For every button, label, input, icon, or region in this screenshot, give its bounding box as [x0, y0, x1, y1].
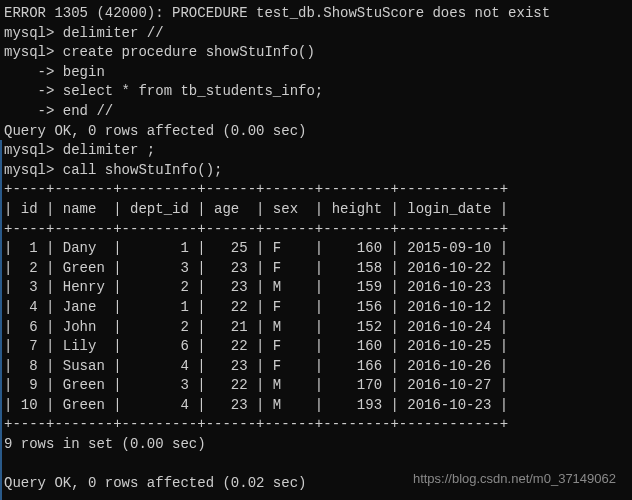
- table-row: | 8 | Susan | 4 | 23 | F | 166 | 2016-10…: [4, 357, 628, 377]
- left-border-highlight: [0, 140, 2, 500]
- call-line: mysql> call showStuInfo();: [4, 161, 628, 181]
- table-header: | id | name | dept_id | age | sex | heig…: [4, 200, 628, 220]
- table-row: | 4 | Jane | 1 | 22 | F | 156 | 2016-10-…: [4, 298, 628, 318]
- table-row: | 6 | John | 2 | 21 | M | 152 | 2016-10-…: [4, 318, 628, 338]
- query-ok-line-1: Query OK, 0 rows affected (0.00 sec): [4, 122, 628, 142]
- table-row: | 2 | Green | 3 | 23 | F | 158 | 2016-10…: [4, 259, 628, 279]
- table-border-top: +----+-------+---------+------+------+--…: [4, 180, 628, 200]
- delimiter-line-2: mysql> delimiter ;: [4, 141, 628, 161]
- table-row: | 10 | Green | 4 | 23 | M | 193 | 2016-1…: [4, 396, 628, 416]
- table-row: | 9 | Green | 3 | 22 | M | 170 | 2016-10…: [4, 376, 628, 396]
- rows-in-set-line: 9 rows in set (0.00 sec): [4, 435, 628, 455]
- delimiter-line-1: mysql> delimiter //: [4, 24, 628, 44]
- table-row: | 3 | Henry | 2 | 23 | M | 159 | 2016-10…: [4, 278, 628, 298]
- table-border-mid: +----+-------+---------+------+------+--…: [4, 220, 628, 240]
- error-line: ERROR 1305 (42000): PROCEDURE test_db.Sh…: [4, 4, 628, 24]
- create-procedure-line: mysql> create procedure showStuInfo(): [4, 43, 628, 63]
- end-line: -> end //: [4, 102, 628, 122]
- watermark-url: https://blog.csdn.net/m0_37149062: [413, 470, 616, 488]
- table-border-bottom: +----+-------+---------+------+------+--…: [4, 415, 628, 435]
- begin-line: -> begin: [4, 63, 628, 83]
- table-row: | 7 | Lily | 6 | 22 | F | 160 | 2016-10-…: [4, 337, 628, 357]
- table-row: | 1 | Dany | 1 | 25 | F | 160 | 2015-09-…: [4, 239, 628, 259]
- select-line: -> select * from tb_students_info;: [4, 82, 628, 102]
